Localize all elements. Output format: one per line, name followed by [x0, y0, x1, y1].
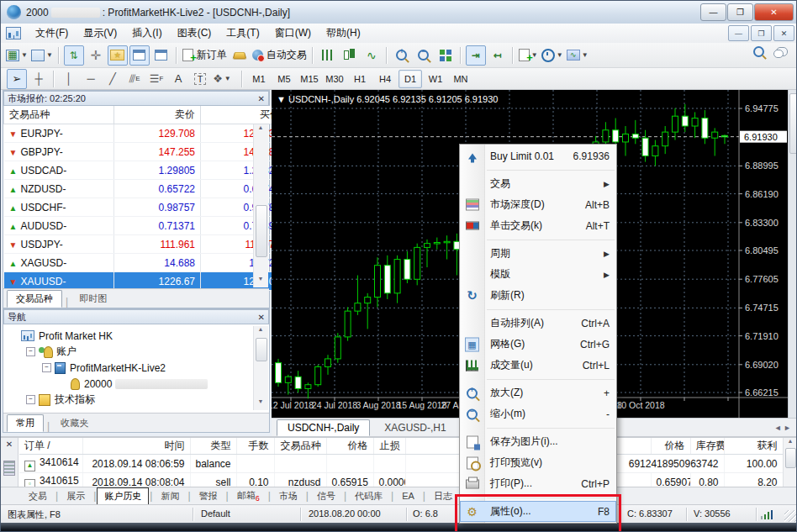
context-menu-item-2[interactable]: 交易▶	[460, 173, 616, 194]
indicators-button[interactable]: ▼	[518, 45, 539, 66]
market-watch-row[interactable]: ▲XAGUSD-14.68814.722	[4, 254, 286, 272]
context-menu-item-10[interactable]: 自动排列(A)Ctrl+A	[460, 313, 616, 334]
mw-col-0[interactable]: 交易品种	[4, 106, 114, 124]
timeframe-mn[interactable]: MN	[449, 70, 472, 88]
terminal-tab-6[interactable]: 市场	[272, 487, 305, 505]
context-menu-item-19[interactable]: 打印(P)...Ctrl+P	[460, 473, 616, 494]
chart-tab-0[interactable]: USDCNH-,Daily	[277, 419, 370, 436]
data-window-button[interactable]	[151, 45, 172, 66]
market-watch-row[interactable]: ▲AUDUSD-0.713710.71390	[4, 217, 286, 235]
symbols-button[interactable]: ★	[108, 45, 128, 66]
timeframe-m5[interactable]: M5	[272, 70, 296, 88]
fibonacci-button[interactable]: ☰F	[146, 69, 166, 89]
term-col-9[interactable]: 库存费	[690, 438, 724, 455]
close-icon[interactable]: ✕	[1, 438, 18, 449]
context-menu-item-18[interactable]: 打印预览(v)	[460, 452, 616, 473]
timeframe-h4[interactable]: H4	[373, 70, 397, 88]
templates-button[interactable]: ∿▼	[566, 45, 589, 66]
search-icon[interactable]	[753, 46, 764, 57]
trendline-button[interactable]: ╱	[103, 69, 123, 89]
tree-item-4[interactable]: −技术指标	[3, 392, 269, 408]
mw-col-1[interactable]: 卖价	[114, 106, 201, 124]
term-col-6[interactable]: 止损	[373, 438, 405, 455]
market-watch-scrollbar[interactable]: ▲ ▼	[253, 124, 268, 287]
menu-item-0[interactable]: 文件(F)	[28, 24, 76, 41]
line-chart-button[interactable]: ∿	[362, 45, 382, 66]
crosshair-button[interactable]: ┼	[29, 69, 49, 89]
close-icon[interactable]: ✕	[258, 94, 265, 103]
periods-button[interactable]: ▼	[541, 45, 564, 66]
tab-navigator-1[interactable]: 收藏夹	[51, 414, 98, 432]
chat-icon[interactable]	[776, 47, 788, 56]
metaeditor-button[interactable]	[230, 45, 250, 66]
context-menu-item-6[interactable]: 周期▶	[460, 243, 616, 264]
context-menu-item-12[interactable]: 成交量(u)Ctrl+L	[460, 355, 616, 376]
expander-icon[interactable]: −	[26, 395, 35, 404]
tab-scroll-arrows[interactable]: ◄ ►	[774, 424, 791, 432]
menu-item-4[interactable]: 工具(T)	[219, 24, 267, 41]
candlestick-button[interactable]	[340, 45, 360, 66]
terminal-tab-1[interactable]: 展示	[59, 487, 92, 505]
expander-icon[interactable]: −	[26, 347, 35, 356]
expander-icon[interactable]: −	[42, 363, 51, 372]
mdi-minimize-button[interactable]: —	[728, 25, 749, 41]
profiles-button[interactable]: ▼	[30, 45, 54, 66]
context-menu-item-11[interactable]: ▦网格(G)Ctrl+G	[460, 334, 616, 355]
terminal-tab-8[interactable]: 代码库	[347, 487, 390, 505]
menu-item-2[interactable]: 插入(I)	[124, 24, 169, 41]
arrows-button[interactable]: ❖▼	[212, 69, 232, 89]
terminal-tab-3[interactable]: 新闻	[153, 487, 187, 505]
terminal-tab-7[interactable]: 信号	[309, 487, 343, 505]
close-button[interactable]: ✕	[754, 3, 794, 21]
cursor-button[interactable]: ➢	[7, 69, 27, 89]
vertical-line-button[interactable]: │	[59, 69, 79, 89]
resize-grip[interactable]	[784, 510, 796, 522]
terminal-tab-0[interactable]: 交易	[21, 487, 55, 505]
chart-shift-button[interactable]: ↤	[488, 45, 508, 66]
context-menu-item-3[interactable]: 市场深度(D)Alt+B	[460, 194, 616, 215]
tab-navigator-0[interactable]: 常用	[7, 414, 44, 432]
term-col-0[interactable]: 订单 /	[19, 438, 82, 455]
history-row[interactable]: ▲34106142018.09.14 08:06:59balance691241…	[19, 455, 783, 473]
close-icon[interactable]: ✕	[258, 313, 265, 322]
navigator-scrollbar[interactable]: ▲ ▼	[253, 326, 268, 410]
term-col-2[interactable]: 类型	[190, 438, 236, 455]
terminal-tab-4[interactable]: 警报	[192, 487, 225, 505]
crosshair-target-button[interactable]: ✛	[86, 45, 106, 66]
new-order-button[interactable]: 新订单	[182, 45, 228, 66]
market-watch-titlebar[interactable]: 市场报价: 02:25:20 ✕	[3, 91, 269, 106]
term-col-3[interactable]: 手数	[236, 438, 274, 455]
market-watch-row[interactable]: ▲USDCHF-0.987570.98781	[4, 198, 286, 217]
menu-item-6[interactable]: 帮助(H)	[319, 24, 368, 41]
context-menu-item-0[interactable]: Buy Limit 0.016.91936	[460, 145, 616, 166]
timeframe-h1[interactable]: H1	[348, 70, 372, 88]
zoom-out-button[interactable]: −	[414, 45, 434, 66]
status-profile[interactable]: Default	[201, 508, 230, 519]
history-row[interactable]: ▫34106152018.09.14 08:08:04sell0.10nzdus…	[19, 473, 783, 487]
autotrade-button[interactable]: 自动交易	[251, 45, 308, 66]
text-button[interactable]: A	[168, 69, 188, 89]
mdi-close-button[interactable]: ✕	[773, 25, 794, 41]
terminal-tab-5[interactable]: 邮箱6	[230, 487, 267, 505]
tree-item-1[interactable]: −账户	[3, 344, 269, 360]
tree-item-2[interactable]: −ProfitMarketHK-Live2	[3, 360, 269, 376]
market-watch-row[interactable]: ▼EURJPY-129.708129.730	[4, 124, 286, 143]
auto-scroll-button[interactable]: ⇥	[466, 45, 486, 66]
terminal-scrollbar[interactable]: ▲	[783, 438, 797, 487]
channel-button[interactable]: ⫻E	[124, 69, 145, 89]
navigator-titlebar[interactable]: 导航 ✕	[3, 309, 269, 324]
chart-right-scrollbar[interactable]	[788, 90, 797, 436]
zoom-in-button[interactable]: +	[392, 45, 412, 66]
context-menu-item-4[interactable]: 单击交易(k)Alt+T	[460, 215, 616, 236]
market-watch-row[interactable]: ▲NZDUSD-0.657220.65745	[4, 180, 286, 198]
term-col-1[interactable]: 时间	[82, 438, 190, 455]
term-col-8[interactable]: 价格	[651, 438, 690, 455]
timeframe-m15[interactable]: M15	[298, 70, 321, 88]
market-watch-row[interactable]: ▼USDJPY-111.961111.978	[4, 235, 286, 254]
tick-chart-button[interactable]: ⇅	[64, 45, 84, 66]
term-col-4[interactable]: 交易品种	[274, 438, 326, 455]
context-menu-item-15[interactable]: −缩小(m)-	[460, 403, 616, 424]
terminal-tab-2[interactable]: 账户历史	[97, 487, 149, 505]
tile-windows-button[interactable]	[435, 45, 456, 66]
context-menu-item-14[interactable]: +放大(Z)+	[460, 382, 616, 403]
